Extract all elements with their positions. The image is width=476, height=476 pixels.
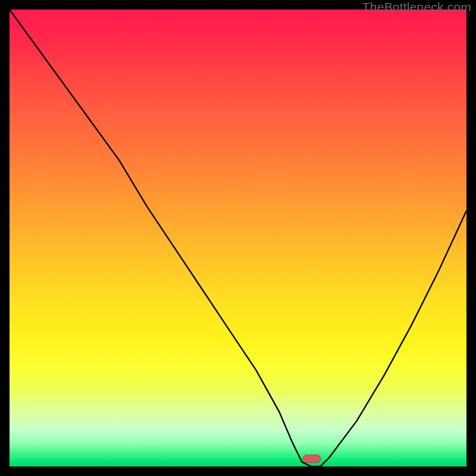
bottleneck-curve: [10, 10, 466, 466]
bottleneck-plot: [10, 10, 466, 466]
watermark-text: TheBottleneck.com: [362, 0, 471, 14]
optimal-marker: [303, 455, 321, 463]
